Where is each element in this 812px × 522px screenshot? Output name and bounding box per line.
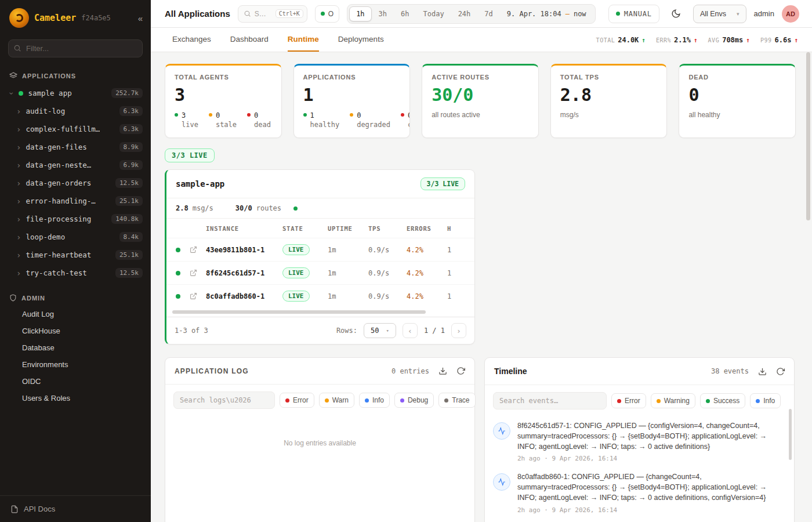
- timeline-search-input[interactable]: [493, 392, 607, 409]
- table-row[interactable]: 43ee9811b801-1 LIVE 1m 0.9/s 4.2% 1: [166, 238, 474, 261]
- scrollbar-thumb[interactable]: [172, 310, 426, 314]
- stat-card-total-tps: TOTAL TPS 2.8 msg/s: [550, 64, 668, 138]
- table-row[interactable]: 8f6245c61d57-1 LIVE 1m 0.9/s 4.2% 1: [166, 261, 474, 284]
- log-filter-warn[interactable]: Warn: [319, 393, 354, 408]
- log-filter-info[interactable]: Info: [359, 393, 390, 408]
- external-link-icon[interactable]: [190, 269, 206, 277]
- time-range-6h[interactable]: 6h: [394, 6, 416, 21]
- sidebar-item-data-gen-nested[interactable]: › data-gen-neste… 6.9k: [0, 156, 151, 174]
- breakdown-dead: 0dead: [247, 111, 271, 129]
- col-errors: ERRORS: [407, 225, 447, 232]
- online-status-chip[interactable]: O: [315, 5, 339, 23]
- api-docs-link[interactable]: API Docs: [0, 495, 151, 522]
- timeline-event[interactable]: 8c0affadb860-1: CONFIG_APPLIED — {change…: [493, 472, 784, 513]
- sidebar-item-audit-log-admin[interactable]: Audit Log: [0, 306, 151, 322]
- tab-dashboard[interactable]: Dashboard: [230, 28, 269, 52]
- sidebar-item-clickhouse[interactable]: ClickHouse: [0, 322, 151, 339]
- timeline-filter-success[interactable]: Success: [700, 393, 745, 408]
- prev-page-button[interactable]: ‹: [403, 323, 418, 338]
- time-range-today[interactable]: Today: [416, 6, 451, 21]
- timeline-filter-warning[interactable]: Warning: [651, 393, 695, 408]
- environment-select[interactable]: All Envs ▾: [693, 5, 746, 23]
- bottom-panels: APPLICATION LOG 0 entries Error: [165, 357, 796, 522]
- breakdown-label: stale: [216, 121, 237, 129]
- avatar[interactable]: AD: [782, 5, 799, 23]
- topbar: All Applications S… Ctrl+K O 1h 3h 6h To…: [151, 0, 812, 28]
- external-link-icon[interactable]: [190, 246, 206, 253]
- next-page-button[interactable]: ›: [451, 323, 466, 338]
- timeline-event-count: 38 events: [711, 367, 749, 375]
- timeline-filter-error[interactable]: Error: [611, 393, 646, 408]
- stat-subtitle: msg/s: [560, 111, 658, 119]
- chevron-right-icon[interactable]: ›: [16, 161, 21, 169]
- chevron-right-icon[interactable]: ›: [16, 269, 21, 277]
- chevron-right-icon[interactable]: ›: [16, 251, 21, 259]
- chevron-right-icon[interactable]: ›: [16, 197, 21, 205]
- manual-mode-button[interactable]: MANUAL: [608, 5, 659, 23]
- sidebar-item-complex-fulfillment[interactable]: › complex-fulfillm… 6.3k: [0, 120, 151, 138]
- chevron-right-icon[interactable]: ›: [16, 215, 21, 223]
- chevron-right-icon[interactable]: ›: [16, 107, 21, 115]
- tab-runtime[interactable]: Runtime: [288, 28, 319, 52]
- warn-dot: [325, 398, 329, 403]
- route-name: data-gen-files: [26, 143, 86, 151]
- sidebar-item-oidc[interactable]: OIDC: [0, 373, 151, 390]
- chevron-right-icon[interactable]: ›: [16, 179, 21, 187]
- chevron-down-icon[interactable]: ›: [8, 90, 16, 95]
- sidebar-item-data-gen-orders[interactable]: › data-gen-orders 12.5k: [0, 174, 151, 192]
- sidebar-item-database[interactable]: Database: [0, 339, 151, 356]
- date-range-display[interactable]: 9. Apr. 18:04 — now: [500, 10, 593, 18]
- message-count-badge: 8.4k: [119, 232, 143, 242]
- sidebar-item-environments[interactable]: Environments: [0, 356, 151, 373]
- timeline-filter-info[interactable]: Info: [750, 393, 781, 408]
- instance-id: f24a5e5: [81, 14, 111, 22]
- rows-per-page-select[interactable]: 50 ▾: [364, 323, 396, 338]
- log-search-input[interactable]: [173, 392, 275, 409]
- collapse-sidebar-icon[interactable]: «: [138, 13, 143, 23]
- status-dot: [176, 248, 180, 252]
- global-search[interactable]: S… Ctrl+K: [238, 5, 307, 23]
- page-scrollbar[interactable]: [806, 52, 810, 220]
- chevron-right-icon[interactable]: ›: [16, 233, 21, 241]
- table-row[interactable]: 8c0affadb860-1 LIVE 1m 0.9/s 4.2% 1: [166, 284, 474, 307]
- time-range-7d[interactable]: 7d: [477, 6, 499, 21]
- time-range-24h[interactable]: 24h: [451, 6, 478, 21]
- refresh-icon[interactable]: [456, 367, 465, 375]
- sidebar-item-error-handling[interactable]: › error-handling-… 25.1k: [0, 192, 151, 210]
- chevron-right-icon[interactable]: ›: [16, 125, 21, 133]
- time-range-1h[interactable]: 1h: [349, 6, 371, 21]
- refresh-icon[interactable]: [776, 367, 785, 376]
- sidebar-item-loop-demo[interactable]: › loop-demo 8.4k: [0, 228, 151, 246]
- external-link-icon[interactable]: [190, 292, 206, 300]
- sidebar-item-timer-heartbeat[interactable]: › timer-heartbeat 25.1k: [0, 246, 151, 264]
- timeline-scrollbar[interactable]: [789, 409, 792, 460]
- chip-label: Info: [372, 396, 384, 404]
- filter-input[interactable]: [8, 39, 143, 57]
- sidebar-item-file-processing[interactable]: › file-processing 140.8k: [0, 210, 151, 228]
- download-icon[interactable]: [758, 367, 767, 376]
- horizontal-scrollbar[interactable]: [172, 310, 469, 314]
- log-entry-count: 0 entries: [392, 367, 429, 375]
- sidebar-item-data-gen-files[interactable]: › data-gen-files 8.9k: [0, 138, 151, 156]
- keyboard-shortcut-badge: Ctrl+K: [276, 9, 303, 18]
- log-filter-debug[interactable]: Debug: [394, 393, 434, 408]
- sidebar-item-audit-log[interactable]: › audit-log 6.3k: [0, 102, 151, 120]
- sidebar-item-sample-app[interactable]: › sample app 252.7k: [0, 84, 151, 102]
- sidebar-item-users-roles[interactable]: Users & Roles: [0, 390, 151, 407]
- chevron-right-icon[interactable]: ›: [16, 143, 21, 151]
- chip-label: Error: [293, 396, 309, 404]
- status-dot: [176, 271, 180, 276]
- tab-deployments[interactable]: Deployments: [338, 28, 384, 52]
- instance-id: 8c0affadb860-1: [206, 292, 282, 300]
- timeline-event[interactable]: 8f6245c61d57-1: CONFIG_APPLIED — {config…: [493, 421, 784, 462]
- log-filter-trace[interactable]: Trace: [438, 393, 475, 408]
- time-range-3h[interactable]: 3h: [372, 6, 394, 21]
- app-name: sample app: [28, 89, 71, 97]
- tab-exchanges[interactable]: Exchanges: [172, 28, 211, 52]
- app-card-title[interactable]: sample-app: [176, 179, 224, 188]
- theme-toggle-button[interactable]: [667, 5, 686, 23]
- col-uptime: UPTIME: [328, 225, 368, 232]
- download-icon[interactable]: [438, 367, 447, 375]
- log-filter-error[interactable]: Error: [280, 393, 314, 408]
- sidebar-item-try-catch-test[interactable]: › try-catch-test 12.5k: [0, 264, 151, 282]
